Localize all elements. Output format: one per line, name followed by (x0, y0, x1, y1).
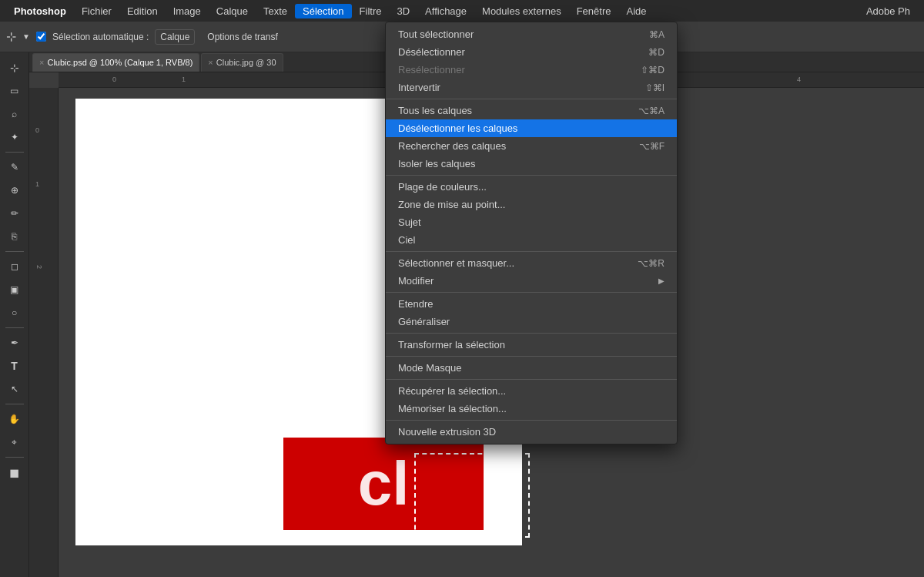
dropdown-item-deselectionner[interactable]: Désélectionner⌘D (386, 43, 677, 61)
menu-item-3d[interactable]: 3D (389, 4, 417, 18)
dropdown-item-label-isoler-calques: Isoler les calques (398, 158, 475, 169)
tool-separator-3 (5, 327, 24, 328)
menu-item-affichage[interactable]: Affichage (417, 4, 474, 18)
dropdown-item-recuperer-selection[interactable]: Récupérer la sélection... (386, 382, 677, 400)
dropdown-item-tous-les-calques[interactable]: Tous les calques⌥⌘A (386, 102, 677, 119)
move-tool[interactable]: ⊹ (3, 57, 26, 79)
dropdown-item-label-tous-les-calques: Tous les calques (398, 105, 472, 116)
dropdown-item-modifier[interactable]: Modifier▶ (386, 272, 677, 290)
dropdown-item-isoler-calques[interactable]: Isoler les calques (386, 155, 677, 173)
dropdown-item-label-memoriser-selection: Mémoriser la sélection... (398, 403, 507, 414)
tab-psd[interactable]: × Clubic.psd @ 100% (Calque 1, RVB/8) (32, 53, 199, 72)
dropdown-separator (386, 420, 677, 421)
dropdown-item-label-nouvelle-extrusion: Nouvelle extrusion 3D (398, 426, 496, 438)
dropdown-item-intervertir[interactable]: Intervertir⇧⌘I (386, 79, 677, 96)
dropdown-item-label-selectionner-masquer: Sélectionner et masquer... (398, 257, 514, 269)
menu-item-edition[interactable]: Edition (119, 4, 166, 18)
dropdown-separator (386, 175, 677, 176)
dropdown-item-selectionner-masquer[interactable]: Sélectionner et masquer...⌥⌘R (386, 254, 677, 272)
foreground-color[interactable]: ◼ (3, 461, 26, 483)
dropdown-separator (386, 333, 677, 334)
dropdown-item-sujet[interactable]: Sujet (386, 213, 677, 231)
gradient-tool[interactable]: ▣ (3, 279, 26, 300)
dropdown-item-nouvelle-extrusion[interactable]: Nouvelle extrusion 3D (386, 423, 677, 441)
dropdown-separator (386, 99, 677, 99)
app-name[interactable]: Photoshop (6, 5, 74, 17)
menu-item-fenetre[interactable]: Fenêtre (569, 4, 619, 18)
dropdown-item-label-recuperer-selection: Récupérer la sélection... (398, 385, 506, 397)
menu-right-label: Adobe Ph (859, 5, 918, 17)
calque-dropdown[interactable]: Calque (155, 29, 195, 45)
dropdown-shortcut-rechercher-calques: ⌥⌘F (639, 141, 665, 152)
pen-tool[interactable]: ✒ (3, 332, 26, 354)
menu-item-modules[interactable]: Modules externes (474, 4, 569, 18)
tab-jpg[interactable]: × Clubic.jpg @ 30 (201, 53, 283, 72)
tool-separator-1 (5, 152, 24, 153)
menu-item-fichier[interactable]: Fichier (74, 4, 119, 18)
tab-jpg-close[interactable]: × (208, 58, 213, 67)
auto-select-checkbox[interactable] (36, 32, 46, 42)
canvas-red-area: cl (283, 438, 484, 530)
dropdown-item-label-ciel: Ciel (398, 234, 415, 246)
dropdown-item-tout-selectionner[interactable]: Tout sélectionner⌘A (386, 25, 677, 43)
clone-tool[interactable]: ⎘ (3, 226, 26, 247)
dropdown-shortcut-reselectionner: ⇧⌘D (641, 65, 665, 75)
dropdown-item-label-generaliser: Généraliser (398, 316, 450, 327)
dodge-tool[interactable]: ○ (3, 302, 26, 324)
dropdown-item-label-deselectionner: Désélectionner (398, 46, 465, 58)
dropdown-item-transformer-selection[interactable]: Transformer la sélection (386, 336, 677, 354)
lasso-tool[interactable]: ⌕ (3, 103, 26, 125)
dropdown-item-label-zone-mise-point: Zone de mise au point... (398, 199, 505, 210)
rect-select-tool[interactable]: ▭ (3, 80, 26, 102)
move-dropdown-icon: ▼ (22, 32, 30, 41)
dropdown-item-mode-masque[interactable]: Mode Masque (386, 359, 677, 377)
brush-tool[interactable]: ✏ (3, 203, 26, 224)
menu-item-calque[interactable]: Calque (209, 4, 256, 18)
dropdown-item-label-mode-masque: Mode Masque (398, 362, 461, 374)
dropdown-item-label-sujet: Sujet (398, 216, 421, 228)
dropdown-item-memoriser-selection[interactable]: Mémoriser la sélection... (386, 400, 677, 418)
dropdown-separator (386, 356, 677, 357)
dropdown-separator (386, 292, 677, 293)
dropdown-item-label-plage-couleurs: Plage de couleurs... (398, 181, 487, 193)
dropdown-shortcut-deselectionner: ⌘D (648, 47, 665, 58)
dropdown-item-etendre[interactable]: Etendre (386, 295, 677, 313)
move-icon: ⊹ (6, 29, 16, 44)
tab-psd-close[interactable]: × (39, 58, 44, 67)
dropdown-separator (386, 251, 677, 252)
dropdown-item-label-transformer-selection: Transformer la sélection (398, 339, 505, 351)
dropdown-item-generaliser[interactable]: Généraliser (386, 313, 677, 330)
dropdown-item-label-intervertir: Intervertir (398, 82, 440, 93)
canvas-red-text: cl (358, 448, 410, 519)
dropdown-item-label-modifier: Modifier (398, 275, 434, 287)
dropdown-shortcut-tout-selectionner: ⌘A (649, 29, 665, 40)
dropdown-item-plage-couleurs[interactable]: Plage de couleurs... (386, 178, 677, 196)
dropdown-item-rechercher-calques[interactable]: Rechercher des calques⌥⌘F (386, 137, 677, 155)
tool-separator-5 (5, 457, 24, 458)
dropdown-item-label-deselectionner-calques: Désélectionner les calques (398, 122, 517, 134)
eraser-tool[interactable]: ◻ (3, 256, 26, 277)
menu-item-image[interactable]: Image (166, 4, 209, 18)
dropdown-item-deselectionner-calques[interactable]: Désélectionner les calques (386, 119, 677, 137)
dropdown-shortcut-intervertir: ⇧⌘I (645, 82, 665, 93)
menu-item-filtre[interactable]: Filtre (352, 4, 390, 18)
menu-item-selection[interactable]: Sélection (295, 4, 351, 18)
type-tool[interactable]: T (3, 355, 26, 377)
dropdown-item-label-etendre: Etendre (398, 298, 434, 310)
menu-item-aide[interactable]: Aide (618, 4, 654, 18)
dropdown-item-label-rechercher-calques: Rechercher des calques (398, 140, 506, 152)
tool-separator-4 (5, 404, 24, 404)
eyedropper-tool[interactable]: ✎ (3, 156, 26, 178)
zoom-tool[interactable]: ⌖ (3, 431, 26, 453)
dropdown-item-zone-mise-point[interactable]: Zone de mise au point... (386, 196, 677, 213)
menu-bar: Photoshop FichierEditionImageCalqueTexte… (0, 0, 924, 22)
heal-tool[interactable]: ⊕ (3, 179, 26, 201)
selection-dropdown-menu: Tout sélectionner⌘ADésélectionner⌘DResél… (385, 22, 678, 444)
menu-item-texte[interactable]: Texte (256, 4, 295, 18)
hand-tool[interactable]: ✋ (3, 408, 26, 430)
magic-wand-tool[interactable]: ✦ (3, 126, 26, 148)
tab-psd-label: Clubic.psd @ 100% (Calque 1, RVB/8) (47, 58, 192, 67)
dropdown-item-ciel[interactable]: Ciel (386, 231, 677, 249)
path-select-tool[interactable]: ↖ (3, 378, 26, 400)
dropdown-shortcut-tous-les-calques: ⌥⌘A (638, 106, 665, 116)
